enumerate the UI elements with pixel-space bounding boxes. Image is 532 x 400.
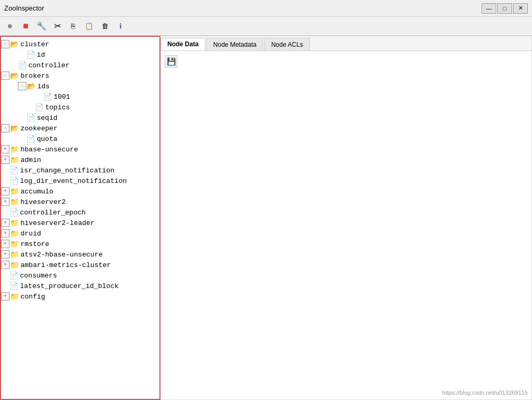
tree-toggle-brokers-ids[interactable]: - (18, 82, 26, 90)
tree-label-latest_producer_id_block: latest_producer_id_block (20, 282, 118, 290)
tree-label-config: config (21, 293, 45, 301)
tree-node-brokers-topics[interactable]: 📄topics (1, 102, 159, 112)
tree-toggle-config[interactable]: + (1, 292, 9, 301)
folder-icon: 📁 (10, 250, 19, 259)
watermark: https://blog.csdn.net/u013269115 (442, 389, 528, 396)
tree-node-hbase-unsecure[interactable]: +📁hbase-unsecure (1, 144, 159, 155)
title-bar: ZooInspector — □ ✕ (0, 0, 532, 17)
tree-label-zookeeper-quota: quota (37, 135, 57, 143)
tree-node-config[interactable]: +📁config (1, 291, 159, 302)
folder-icon: 📁 (10, 198, 19, 207)
tree-label-brokers-topics: topics (45, 104, 70, 111)
toolbar: ● ■ 🔧 ✂ ⎘ 📋 🗑 i (0, 17, 532, 36)
folder-icon: 📁 (10, 240, 19, 249)
info-button[interactable]: i (114, 19, 127, 33)
tree-node-atsv2-hbase-unsecure[interactable]: +📁atsv2-hbase-unsecure (1, 249, 159, 260)
file-icon: 📄 (26, 135, 35, 143)
folder-icon: 📁 (10, 219, 19, 228)
tree-toggle-accumulo[interactable]: + (1, 187, 9, 196)
tree-label-brokers-ids: ids (37, 83, 49, 90)
tree-label-consumers: consumers (20, 272, 57, 280)
tab-node-acls[interactable]: Node ACLs (264, 38, 310, 50)
tree-node-log_dir_event_notification[interactable]: 📄log_dir_event_notification (1, 176, 159, 186)
tree-label-brokers: brokers (21, 72, 49, 80)
tree-node-admin[interactable]: +📁admin (1, 155, 159, 165)
tree-node-zookeeper[interactable]: -📂zookeeper (1, 123, 159, 134)
tree-label-rmstore: rmstore (21, 240, 49, 248)
file-icon: 📄 (9, 177, 18, 186)
tree-toggle-hbase-unsecure[interactable]: + (1, 145, 9, 153)
tree-label-brokers-seqid: seqid (37, 114, 57, 122)
tree-label-cluster-id: id (37, 51, 45, 59)
tree-node-cluster[interactable]: -📂cluster (1, 39, 159, 49)
file-icon: 📄 (9, 271, 18, 280)
tree-node-brokers[interactable]: -📂brokers (1, 70, 159, 81)
maximize-button[interactable]: □ (497, 3, 512, 14)
tree-toggle-cluster[interactable]: - (1, 40, 9, 48)
folder-icon: 📁 (10, 187, 19, 196)
wrench-button[interactable]: 🔧 (35, 19, 48, 33)
folder-icon: 📂 (10, 40, 19, 49)
tree-container: -📂cluster📄id📄controller-📂brokers-📂ids📄10… (1, 37, 159, 304)
tree-label-hiveserver2-leader: hiveserver2-leader (21, 219, 94, 227)
tab-node-metadata[interactable]: Node Metadata (206, 38, 263, 50)
tree-node-brokers-seqid[interactable]: 📄seqid (1, 112, 159, 123)
file-icon: 📄 (9, 166, 18, 175)
tree-label-accumulo: accumulo (21, 188, 53, 196)
tree-node-hiveserver2[interactable]: +📁hiveserver2 (1, 197, 159, 207)
tree-label-cluster: cluster (21, 40, 49, 48)
tree-label-ambari-metrics-cluster: ambari-metrics-cluster (21, 261, 111, 269)
folder-icon: 📁 (10, 229, 19, 238)
tree-toggle-zookeeper[interactable]: - (1, 124, 9, 132)
tree-node-controller[interactable]: 📄controller (1, 60, 159, 70)
tree-node-druid[interactable]: +📁druid (1, 228, 159, 239)
tree-node-zookeeper-quota[interactable]: 📄quota (1, 134, 159, 144)
main-area: -📂cluster📄id📄controller-📂brokers-📂ids📄10… (0, 36, 532, 400)
delete-button[interactable]: 🗑 (98, 19, 112, 33)
folder-icon: 📂 (10, 71, 19, 80)
tree-toggle-brokers[interactable]: - (1, 71, 9, 80)
close-button[interactable]: ✕ (513, 3, 528, 14)
folder-icon: 📂 (27, 82, 36, 91)
tree-toggle-hiveserver2-leader[interactable]: + (1, 219, 9, 227)
tree-node-ambari-metrics-cluster[interactable]: +📁ambari-metrics-cluster (1, 260, 159, 270)
file-icon: 📄 (18, 61, 27, 70)
tab-node-data[interactable]: Node Data (160, 38, 205, 50)
circle-button[interactable]: ● (3, 19, 17, 33)
tree-node-brokers-ids-1001[interactable]: 📄1001 (1, 91, 159, 102)
tree-toggle-rmstore[interactable]: + (1, 240, 9, 248)
tree-toggle-hiveserver2[interactable]: + (1, 198, 9, 206)
tree-node-latest_producer_id_block[interactable]: 📄latest_producer_id_block (1, 281, 159, 291)
tree-node-rmstore[interactable]: +📁rmstore (1, 239, 159, 249)
folder-icon: 📁 (10, 292, 19, 301)
tree-toggle-ambari-metrics-cluster[interactable]: + (1, 261, 9, 269)
tree-toggle-druid[interactable]: + (1, 229, 9, 238)
cut-button[interactable]: ✂ (51, 19, 64, 33)
tree-label-zookeeper: zookeeper (21, 125, 57, 132)
stop-button[interactable]: ■ (19, 19, 33, 33)
tree-panel: -📂cluster📄id📄controller-📂brokers-📂ids📄10… (0, 36, 160, 400)
folder-icon: 📁 (10, 156, 19, 165)
file-icon: 📄 (9, 282, 18, 291)
folder-icon: 📁 (10, 145, 19, 154)
minimize-button[interactable]: — (481, 3, 496, 14)
tabs-bar: Node DataNode MetadataNode ACLs (160, 36, 531, 51)
file-icon: 📄 (26, 114, 35, 122)
tree-node-brokers-ids[interactable]: -📂ids (1, 81, 159, 91)
tree-node-isr_change_notification[interactable]: 📄isr_change_notification (1, 165, 159, 176)
tree-node-accumulo[interactable]: +📁accumulo (1, 186, 159, 197)
save-button[interactable]: 💾 (165, 55, 177, 68)
tree-node-consumers[interactable]: 📄consumers (1, 270, 159, 281)
copy-button[interactable]: ⎘ (66, 19, 80, 33)
tree-node-hiveserver2-leader[interactable]: +📁hiveserver2-leader (1, 218, 159, 228)
tree-toggle-admin[interactable]: + (1, 156, 9, 164)
window-controls: — □ ✕ (481, 3, 528, 14)
tree-label-hiveserver2: hiveserver2 (21, 198, 66, 206)
tree-node-controller_epoch[interactable]: 📄controller_epoch (1, 207, 159, 218)
tree-label-admin: admin (21, 156, 41, 164)
tree-toggle-atsv2-hbase-unsecure[interactable]: + (1, 250, 9, 259)
file-icon: 📄 (35, 103, 44, 112)
paste-button[interactable]: 📋 (82, 19, 96, 33)
folder-icon: 📁 (10, 261, 19, 270)
tree-node-cluster-id[interactable]: 📄id (1, 49, 159, 60)
